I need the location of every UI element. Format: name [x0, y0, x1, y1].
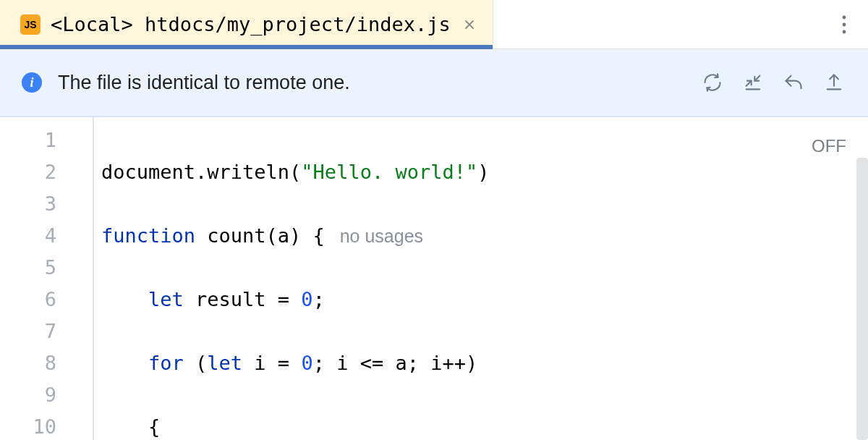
code-area[interactable]: document.writeln("Hello. world!") functi…	[94, 117, 489, 440]
scrollbar-thumb[interactable]	[856, 158, 868, 440]
code-editor[interactable]: 1 2 3 4 5 6 7 8 9 10 document.writeln("H…	[0, 117, 868, 440]
download-icon	[743, 72, 763, 93]
upload-icon	[824, 72, 844, 93]
line-number: 9	[0, 379, 93, 411]
more-vertical-icon	[842, 15, 846, 34]
js-file-icon: JS	[20, 14, 41, 35]
download-button[interactable]	[741, 70, 765, 95]
info-icon: i	[22, 72, 42, 93]
svg-point-0	[843, 15, 846, 19]
line-number: 10	[0, 411, 93, 440]
line-gutter: 1 2 3 4 5 6 7 8 9 10	[0, 117, 94, 440]
line-number: 8	[0, 347, 93, 379]
line-number: 3	[0, 188, 93, 220]
line-number: 6	[0, 284, 93, 316]
usage-hint: no usages	[325, 226, 423, 246]
code-line: function count(a) { no usages	[101, 220, 489, 252]
svg-point-2	[843, 30, 846, 33]
info-banner: i The file is identical to remote one.	[0, 49, 868, 117]
line-number: 1	[0, 124, 93, 156]
undo-button[interactable]	[781, 70, 806, 95]
code-line: {	[101, 411, 489, 440]
svg-point-1	[843, 22, 846, 26]
line-number: 2	[0, 156, 93, 188]
line-number: 7	[0, 316, 93, 347]
line-number: 4	[0, 220, 93, 252]
sync-icon	[702, 72, 723, 93]
code-line: let result = 0;	[101, 284, 489, 316]
editor-tab[interactable]: JS <Local> htdocs/my_project/index.js	[0, 0, 493, 48]
undo-icon	[783, 72, 804, 93]
info-actions	[700, 70, 846, 95]
more-menu-button[interactable]	[842, 15, 846, 34]
scrollbar[interactable]	[856, 158, 868, 440]
close-tab-button[interactable]	[464, 19, 475, 30]
upload-button[interactable]	[822, 70, 846, 95]
line-number: 5	[0, 252, 93, 284]
tab-title: <Local> htdocs/my_project/index.js	[51, 13, 451, 35]
close-icon	[464, 19, 475, 30]
info-message: The file is identical to remote one.	[58, 72, 350, 94]
sync-button[interactable]	[700, 70, 725, 95]
code-line: document.writeln("Hello. world!")	[101, 156, 489, 188]
code-line: for (let i = 0; i <= a; i++)	[101, 347, 489, 379]
inspection-off-badge[interactable]: OFF	[812, 130, 846, 162]
tab-bar: JS <Local> htdocs/my_project/index.js	[0, 0, 868, 49]
